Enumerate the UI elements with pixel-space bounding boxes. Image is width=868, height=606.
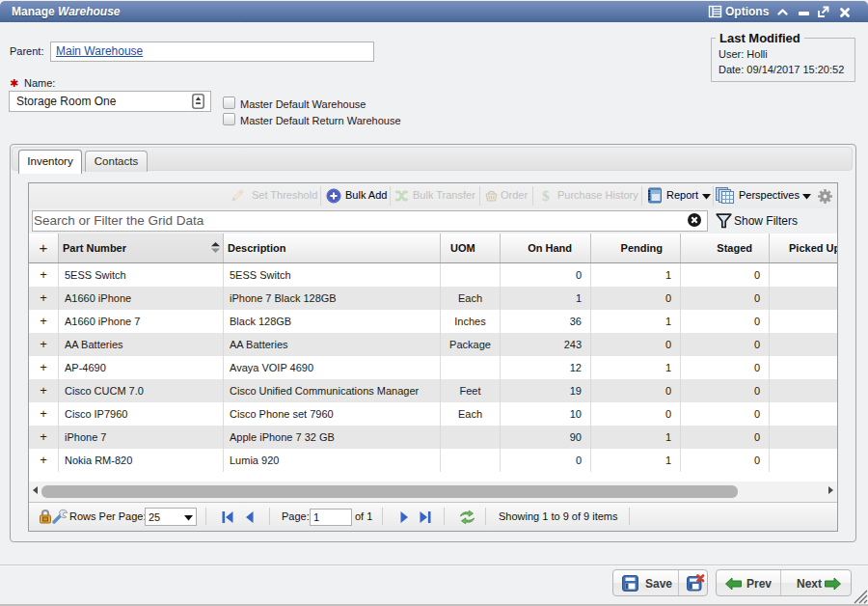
svg-text:$: $ (542, 188, 550, 204)
